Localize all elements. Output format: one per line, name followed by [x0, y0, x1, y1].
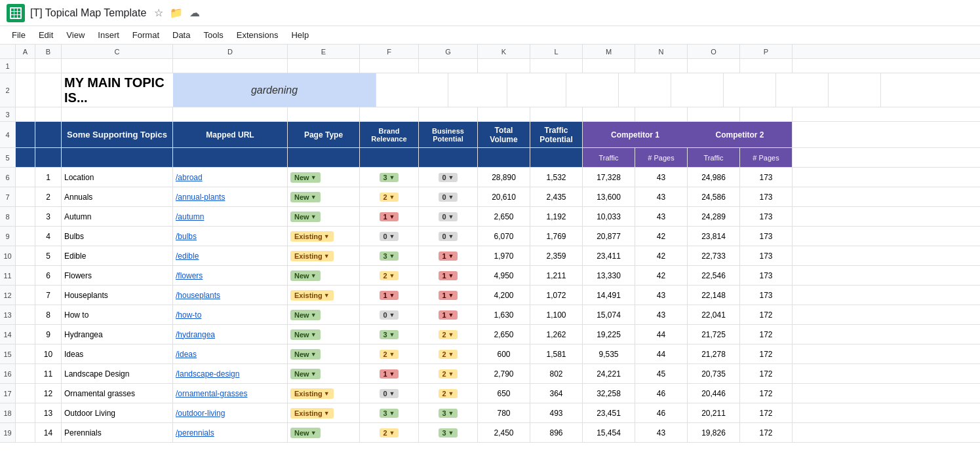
header-competitor1: Competitor 1: [583, 122, 688, 147]
menu-insert[interactable]: Insert: [92, 29, 125, 41]
row-4-header: 4 Some Supporting Topics Mapped URL Page…: [0, 122, 980, 148]
page-type-badge[interactable]: Existing ▼: [290, 231, 334, 242]
url-link[interactable]: /landscape-design: [176, 369, 239, 379]
url-link[interactable]: /ornamental-grasses: [176, 389, 247, 398]
page-type-badge[interactable]: New ▼: [290, 329, 321, 340]
grid: 1 2 MY MAIN TOPIC IS... gardening: [0, 59, 980, 465]
col-header-d: D: [173, 45, 288, 58]
table-row: 12 7 Houseplants /houseplants Existing ▼…: [0, 286, 980, 305]
table-row: 18 13 Outdoor Living /outdoor-living Exi…: [0, 403, 980, 423]
url-link[interactable]: /edible: [176, 251, 199, 261]
page-type-badge[interactable]: New ▼: [290, 349, 321, 360]
page-type-badge[interactable]: New ▼: [290, 310, 321, 320]
row-3: 3: [0, 107, 980, 122]
url-link[interactable]: /outdoor-living: [176, 409, 225, 418]
header-total-volume: Total Volume: [478, 122, 530, 147]
cell-16-num: 16: [0, 364, 16, 383]
col-header-e: E: [288, 45, 360, 58]
page-type-badge[interactable]: New ▼: [290, 172, 321, 183]
table-row: 14 9 Hydrangea /hydrangea New ▼ 3 ▼ 2 ▼ …: [0, 325, 980, 344]
cell-14-num: 14: [0, 325, 16, 344]
top-icons: ☆ 📁 ☁: [154, 7, 200, 19]
cloud-icon[interactable]: ☁: [189, 7, 200, 19]
table-row: 16 11 Landscape Design /landscape-design…: [0, 364, 980, 384]
menu-file[interactable]: File: [7, 29, 31, 41]
main-topic-input[interactable]: gardening: [173, 73, 376, 107]
url-link[interactable]: /autumn: [176, 212, 204, 221]
table-row: 9 4 Bulbs /bulbs Existing ▼ 0 ▼ 0 ▼ 6,07…: [0, 227, 980, 246]
page-type-badge[interactable]: Existing ▼: [290, 251, 334, 261]
table-row: 15 10 Ideas /ideas New ▼ 2 ▼ 2 ▼ 600 1,5…: [0, 344, 980, 364]
table-row: 13 8 How to /how-to New ▼ 0 ▼ 1 ▼ 1,630 …: [0, 305, 980, 325]
menu-tools[interactable]: Tools: [198, 29, 228, 41]
col-header-o: O: [688, 45, 740, 58]
cell-7-num: 7: [0, 187, 16, 206]
col-header-g: G: [419, 45, 478, 58]
col-header-row: A B C D E F G K L M N O P: [0, 45, 980, 59]
col-header-l: L: [530, 45, 583, 58]
row-5-subheader: 5 Traffic # Pages Traffic # Pages: [0, 148, 980, 168]
table-row: 10 5 Edible /edible Existing ▼ 3 ▼ 1 ▼ 1…: [0, 246, 980, 266]
menu-data[interactable]: Data: [167, 29, 195, 41]
row-1: 1: [0, 59, 980, 73]
menu-format[interactable]: Format: [127, 29, 165, 41]
subheader-c1-pages: # Pages: [635, 148, 688, 167]
url-link[interactable]: /houseplants: [176, 291, 220, 300]
url-link[interactable]: /bulbs: [176, 232, 197, 241]
url-link[interactable]: /flowers: [176, 271, 203, 280]
url-link[interactable]: /abroad: [176, 173, 203, 182]
header-brand-relevance: Brand Relevance: [360, 122, 419, 147]
app-title: [T] Topical Map Template: [30, 7, 146, 19]
page-type-badge[interactable]: New ▼: [290, 192, 321, 202]
url-link[interactable]: /hydrangea: [176, 330, 215, 339]
table-row: 11 6 Flowers /flowers New ▼ 2 ▼ 1 ▼ 4,95…: [0, 266, 980, 286]
url-link[interactable]: /annual-plants: [176, 193, 225, 202]
col-header-n: N: [635, 45, 688, 58]
menu-bar: File Edit View Insert Format Data Tools …: [0, 26, 980, 45]
cell-18-num: 18: [0, 403, 16, 422]
table-row: 19 14 Perennials /perennials New ▼ 2 ▼ 3…: [0, 423, 980, 443]
cell-1-num: 1: [0, 59, 16, 73]
table-row: 7 2 Annuals /annual-plants New ▼ 2 ▼ 0 ▼…: [0, 187, 980, 207]
table-row: 17 12 Ornamental grasses /ornamental-gra…: [0, 384, 980, 403]
cell-19-num: 19: [0, 423, 16, 442]
header-business-potential: Business Potential: [419, 122, 478, 147]
cell-9-num: 9: [0, 227, 16, 246]
data-rows: 6 1 Location /abroad New ▼ 3 ▼ 0 ▼ 28,89…: [0, 168, 980, 443]
menu-help[interactable]: Help: [286, 29, 314, 41]
cell-17-num: 17: [0, 384, 16, 403]
menu-view[interactable]: View: [61, 29, 90, 41]
star-icon[interactable]: ☆: [154, 7, 163, 19]
menu-edit[interactable]: Edit: [33, 29, 58, 41]
menu-extensions[interactable]: Extensions: [231, 29, 284, 41]
cell-15-num: 15: [0, 344, 16, 363]
cell-10-num: 10: [0, 246, 16, 265]
page-type-badge[interactable]: New ▼: [290, 212, 321, 222]
page-type-badge[interactable]: Existing ▼: [290, 408, 334, 418]
cell-6-num: 6: [0, 168, 16, 187]
drive-icon[interactable]: 📁: [170, 7, 183, 19]
subheader-c2-traffic: Traffic: [688, 148, 740, 167]
table-row: 8 3 Autumn /autumn New ▼ 1 ▼ 0 ▼ 2,650 1…: [0, 207, 980, 227]
col-header-p: P: [740, 45, 793, 58]
main-topic-label: MY MAIN TOPIC IS...: [64, 75, 170, 105]
page-type-badge[interactable]: Existing ▼: [290, 388, 334, 399]
page-type-badge[interactable]: New ▼: [290, 428, 321, 438]
page-type-badge[interactable]: New ▼: [290, 270, 321, 281]
cell-5-num: 5: [0, 148, 16, 167]
page-type-badge[interactable]: Existing ▼: [290, 290, 334, 301]
cell-12-num: 12: [0, 286, 16, 305]
col-header-k: K: [478, 45, 530, 58]
cell-3-num: 3: [0, 107, 16, 121]
url-link[interactable]: /how-to: [176, 310, 201, 320]
app-icon: [7, 4, 25, 22]
url-link[interactable]: /perennials: [176, 428, 214, 437]
cell-8-num: 8: [0, 207, 16, 226]
header-traffic-potential: Traffic Potential: [530, 122, 583, 147]
row-2: 2 MY MAIN TOPIC IS... gardening: [0, 73, 980, 107]
col-header-b: B: [35, 45, 62, 58]
url-link[interactable]: /ideas: [176, 350, 197, 359]
header-page-type: Page Type: [288, 122, 360, 147]
spreadsheet: A B C D E F G K L M N O P 1: [0, 45, 980, 465]
page-type-badge[interactable]: New ▼: [290, 369, 321, 379]
